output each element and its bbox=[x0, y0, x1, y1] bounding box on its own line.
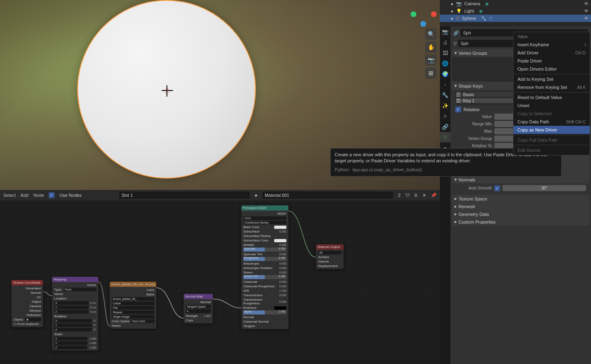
gizmo-z[interactable] bbox=[420, 21, 426, 27]
material-icon: ● bbox=[255, 193, 258, 198]
node-texture-coordinate[interactable]: Texture Coordinate GeneratedNormalUVObje… bbox=[11, 280, 43, 327]
section-remesh[interactable]: ▸Remesh bbox=[452, 202, 589, 210]
tab-output[interactable]: 🖨 bbox=[440, 37, 450, 47]
section-normals[interactable]: ▾Normals bbox=[452, 176, 589, 183]
relative-checkbox[interactable]: ✓ bbox=[455, 107, 461, 112]
camera-icon: 📷 bbox=[456, 1, 462, 6]
camera-icon[interactable]: 📷 bbox=[425, 54, 437, 66]
context-menu: Value Insert KeyframeIAdd DriverCtrl DPa… bbox=[513, 32, 590, 155]
mesh-icon: ▽ bbox=[453, 41, 457, 46]
ctx-item[interactable]: Unset bbox=[513, 101, 590, 110]
node-graph[interactable]: Texture Coordinate GeneratedNormalUVObje… bbox=[0, 200, 440, 364]
pan-icon[interactable]: ✋ bbox=[425, 41, 437, 53]
mesh-icon: ▽ bbox=[456, 16, 459, 21]
close-icon[interactable]: ✕ bbox=[422, 193, 426, 198]
section-custom-properties[interactable]: ▸Custom Properties bbox=[452, 218, 589, 226]
ctx-item[interactable]: Copy as New Driver bbox=[513, 126, 590, 134]
node-title[interactable]: Principled BSDF bbox=[241, 205, 288, 211]
range-min-label: Range Min bbox=[455, 122, 492, 126]
visibility-icon[interactable]: 👁 bbox=[584, 1, 589, 6]
ctx-item: Copy to Selected bbox=[513, 110, 590, 118]
outliner-label: Light bbox=[464, 9, 474, 13]
ctx-item[interactable]: Open Drivers Editor bbox=[513, 65, 590, 73]
outliner-item-light[interactable]: ▸ 💡 Light ◉ 👁 bbox=[440, 7, 591, 15]
visibility-icon[interactable]: 👁 bbox=[584, 16, 589, 21]
node-title[interactable]: Material Output bbox=[316, 244, 344, 250]
gizmo-y[interactable] bbox=[411, 11, 416, 17]
menu-node[interactable]: Node bbox=[33, 193, 44, 198]
tab-data[interactable]: ▽ bbox=[440, 132, 450, 142]
section-texture-space[interactable]: ▸Texture Space bbox=[452, 195, 589, 202]
node-mapping[interactable]: Mapping Vector Type:Point Vector Locatio… bbox=[52, 277, 98, 351]
shield-icon[interactable]: 🛡 bbox=[405, 193, 410, 198]
tab-world[interactable]: 🌍 bbox=[440, 69, 450, 79]
autosmooth-checkbox[interactable]: ✓ bbox=[494, 185, 500, 191]
value-label: Value bbox=[455, 114, 492, 119]
tab-modifier[interactable]: 🔧 bbox=[440, 90, 450, 100]
ctx-item[interactable]: Reset to Default Value bbox=[513, 93, 590, 101]
use-nodes-checkbox[interactable]: ✓ bbox=[49, 192, 54, 198]
ctx-item: Copy Full Data Path bbox=[513, 136, 590, 144]
modifier-icon[interactable]: 🔧 bbox=[481, 16, 487, 21]
chevron-down-icon: ▾ bbox=[455, 50, 457, 56]
viewport-tools: 🔍 ✋ 📷 ⊞ bbox=[425, 28, 437, 79]
node-title[interactable]: Normal Map bbox=[184, 294, 213, 299]
visibility-icon[interactable]: 👁 bbox=[584, 9, 589, 13]
ctx-item: Edit Source bbox=[513, 146, 590, 154]
ctx-item[interactable]: Paste Driver bbox=[513, 57, 590, 65]
tab-render[interactable]: 📷 bbox=[440, 26, 450, 37]
node-material-output[interactable]: Material Output All Surface Volume Displ… bbox=[316, 244, 344, 269]
gizmo-x[interactable] bbox=[431, 11, 437, 17]
ctx-item[interactable]: Add DriverCtrl D bbox=[513, 49, 590, 57]
node-title[interactable]: brown_planks_09_nor_4k.png bbox=[110, 282, 156, 287]
autosmooth-label: Auto Smooth bbox=[455, 186, 492, 190]
tab-particle[interactable]: ✨ bbox=[440, 100, 450, 111]
ctx-item[interactable]: Remove from Keying SetAlt K bbox=[513, 83, 590, 91]
outliner[interactable]: ▸ 📷 Camera ◉ 👁 ▸ 💡 Light ◉ 👁 ▸ ▽ Sphere … bbox=[440, 0, 591, 26]
section-geometry-data[interactable]: ▸Geometry Data bbox=[452, 210, 589, 218]
data-icon[interactable]: ◉ bbox=[485, 1, 489, 6]
tab-object[interactable]: ▫ bbox=[440, 79, 450, 90]
key-icon: ⚿ bbox=[456, 92, 461, 97]
ctx-item[interactable]: Copy Data PathShift Ctrl C bbox=[513, 118, 590, 126]
expand-icon[interactable]: ▸ bbox=[451, 9, 454, 14]
node-title[interactable]: Mapping bbox=[52, 277, 98, 282]
node-editor[interactable]: Select Add Node ✓ Use Nodes Slot 1 ● Mat… bbox=[0, 190, 440, 364]
ctx-header: Value bbox=[513, 33, 590, 41]
outliner-label: Sphere bbox=[462, 16, 476, 21]
properties-tabs: 📷 🖨 🖼 🌐 🌍 ▫ 🔧 ✨ ⚛ 🔗 ▽ ● ▦ bbox=[440, 26, 450, 364]
node-principled-bsdf[interactable]: Principled BSDF BSDF GGX Christensen-Bur… bbox=[241, 205, 288, 329]
tab-view[interactable]: 🖼 bbox=[440, 47, 450, 58]
tab-constraint[interactable]: 🔗 bbox=[440, 121, 450, 132]
outliner-item-sphere[interactable]: ▸ ▽ Sphere 🔧 ▽ 👁 bbox=[440, 15, 591, 22]
zoom-icon[interactable]: 🔍 bbox=[425, 28, 437, 40]
duplicate-icon[interactable]: ⎘ bbox=[415, 193, 418, 198]
cursor-3d bbox=[162, 85, 173, 97]
tab-scene[interactable]: 🌐 bbox=[440, 58, 450, 69]
relative-label: Relative bbox=[463, 107, 480, 112]
nav-gizmo[interactable] bbox=[407, 0, 440, 32]
pin-icon[interactable]: 📌 bbox=[431, 193, 437, 198]
expand-icon[interactable]: ▸ bbox=[451, 16, 454, 21]
data-icon[interactable]: ▽ bbox=[489, 16, 492, 21]
menu-add[interactable]: Add bbox=[21, 193, 29, 198]
key-icon: ⚿ bbox=[456, 98, 461, 103]
slot-select[interactable]: Slot 1 bbox=[119, 192, 250, 199]
ctx-item[interactable]: Insert KeyframeI bbox=[513, 41, 590, 49]
users-count[interactable]: 2 bbox=[398, 193, 400, 198]
data-icon[interactable]: ◉ bbox=[479, 9, 483, 14]
node-image-texture[interactable]: brown_planks_09_nor_4k.png Color Alpha b… bbox=[110, 282, 156, 329]
link-icon[interactable]: 🔗 bbox=[453, 30, 459, 36]
light-icon: 💡 bbox=[456, 9, 462, 14]
outliner-item-camera[interactable]: ▸ 📷 Camera ◉ 👁 bbox=[440, 0, 591, 7]
tab-physics[interactable]: ⚛ bbox=[440, 111, 450, 121]
autosmooth-field[interactable]: 30° bbox=[502, 185, 586, 191]
node-title[interactable]: Texture Coordinate bbox=[11, 280, 43, 285]
ctx-item[interactable]: Add to Keying Set bbox=[513, 75, 590, 83]
expand-icon[interactable]: ▸ bbox=[451, 1, 454, 6]
menu-select[interactable]: Select bbox=[3, 193, 16, 198]
material-name[interactable]: Material.001 bbox=[262, 192, 393, 199]
node-normal-map[interactable]: Normal Map Normal Tangent Space ▾ Streng… bbox=[184, 294, 213, 323]
node-editor-header: Select Add Node ✓ Use Nodes Slot 1 ● Mat… bbox=[0, 190, 440, 200]
perspective-icon[interactable]: ⊞ bbox=[425, 67, 437, 79]
